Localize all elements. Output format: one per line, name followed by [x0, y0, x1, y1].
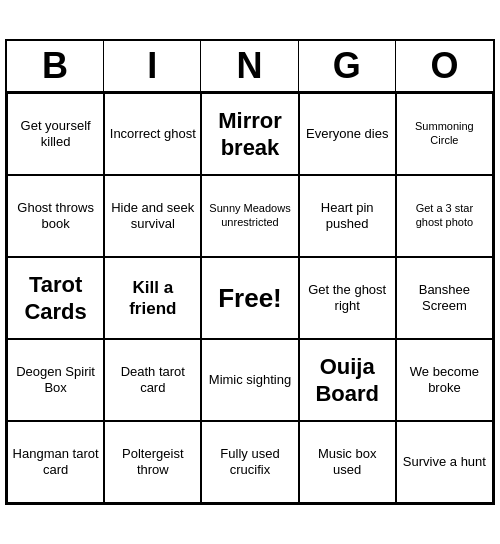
bingo-cell[interactable]: Get yourself killed	[7, 93, 104, 175]
bingo-cell[interactable]: Tarot Cards	[7, 257, 104, 339]
bingo-cell[interactable]: Everyone dies	[299, 93, 396, 175]
bingo-cell[interactable]: We become broke	[396, 339, 493, 421]
bingo-cell[interactable]: Get the ghost right	[299, 257, 396, 339]
bingo-letter: O	[396, 41, 493, 91]
bingo-header: BINGO	[7, 41, 493, 93]
bingo-cell[interactable]: Sunny Meadows unrestricted	[201, 175, 298, 257]
bingo-cell[interactable]: Fully used crucifix	[201, 421, 298, 503]
bingo-cell[interactable]: Get a 3 star ghost photo	[396, 175, 493, 257]
bingo-cell[interactable]: Mirror break	[201, 93, 298, 175]
bingo-cell[interactable]: Summoning Circle	[396, 93, 493, 175]
bingo-cell[interactable]: Hangman tarot card	[7, 421, 104, 503]
bingo-cell[interactable]: Ouija Board	[299, 339, 396, 421]
bingo-cell[interactable]: Banshee Screem	[396, 257, 493, 339]
bingo-cell[interactable]: Death tarot card	[104, 339, 201, 421]
bingo-letter: I	[104, 41, 201, 91]
bingo-cell[interactable]: Kill a friend	[104, 257, 201, 339]
bingo-cell[interactable]: Music box used	[299, 421, 396, 503]
bingo-letter: B	[7, 41, 104, 91]
bingo-cell[interactable]: Free!	[201, 257, 298, 339]
bingo-cell[interactable]: Mimic sighting	[201, 339, 298, 421]
bingo-cell[interactable]: Poltergeist throw	[104, 421, 201, 503]
bingo-cell[interactable]: Hide and seek survival	[104, 175, 201, 257]
bingo-cell[interactable]: Heart pin pushed	[299, 175, 396, 257]
bingo-cell[interactable]: Ghost throws book	[7, 175, 104, 257]
bingo-grid: Get yourself killedIncorrect ghostMirror…	[7, 93, 493, 503]
bingo-cell[interactable]: Survive a hunt	[396, 421, 493, 503]
bingo-cell[interactable]: Incorrect ghost	[104, 93, 201, 175]
bingo-letter: N	[201, 41, 298, 91]
bingo-card: BINGO Get yourself killedIncorrect ghost…	[5, 39, 495, 505]
bingo-letter: G	[299, 41, 396, 91]
bingo-cell[interactable]: Deogen Spirit Box	[7, 339, 104, 421]
